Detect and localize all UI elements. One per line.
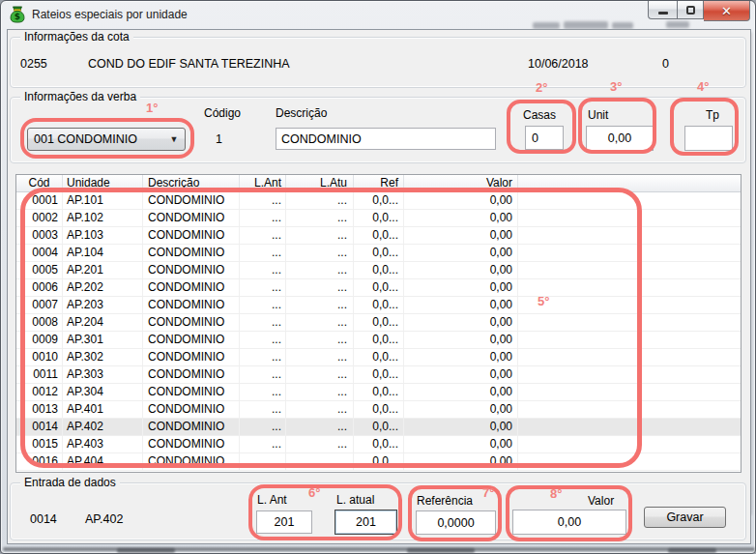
descricao-input[interactable] xyxy=(276,128,496,150)
cell-lant: ... xyxy=(240,332,286,348)
cell-descricao: CONDOMINIO xyxy=(143,245,240,261)
cell-ref: 0,0... xyxy=(354,192,404,209)
money-bag-icon: $ xyxy=(9,6,26,23)
cell-unidade: AP.101 xyxy=(63,192,143,209)
table-row[interactable]: 0003 AP.103 CONDOMINIO ... ... 0,0... 0,… xyxy=(16,227,741,245)
verba-dropdown-value: 001 CONDOMINIO xyxy=(28,132,163,146)
gravar-button[interactable]: Gravar xyxy=(644,507,726,528)
cell-filler xyxy=(518,227,741,244)
table-row[interactable]: 0005 AP.201 CONDOMINIO ... ... 0,0... 0,… xyxy=(16,262,741,279)
cell-ref: 0,0... xyxy=(354,297,404,313)
table-row[interactable]: 0012 AP.304 CONDOMINIO ... ... 0,0... 0,… xyxy=(16,384,741,401)
title-bar[interactable]: $ Rateios especiais por unidade ✕ xyxy=(1,1,755,29)
cell-lant: ... xyxy=(240,279,286,296)
cell-unidade: AP.402 xyxy=(63,419,143,435)
maximize-icon xyxy=(686,6,695,15)
table-row[interactable]: 0001 AP.101 CONDOMINIO ... ... 0,0... 0,… xyxy=(16,192,741,210)
cell-descricao: CONDOMINIO xyxy=(143,227,240,244)
cell-filler xyxy=(518,279,741,296)
table-row[interactable]: 0008 AP.204 CONDOMINIO ... ... 0,0... 0,… xyxy=(16,314,741,332)
cell-lant: ... xyxy=(240,314,286,331)
table-row[interactable]: 0004 AP.104 CONDOMINIO ... ... 0,0... 0,… xyxy=(16,245,741,262)
minimize-button[interactable] xyxy=(648,1,677,19)
cota-name: COND DO EDIF SANTA TEREZINHA xyxy=(88,57,290,71)
column-header-latu[interactable]: L.Atu xyxy=(286,175,354,191)
cell-cod: 0009 xyxy=(16,332,63,348)
cell-cod: 0014 xyxy=(16,419,63,435)
column-header-descricao[interactable]: Descrição xyxy=(143,175,240,191)
table-row[interactable]: 0015 AP.403 CONDOMINIO ... ... 0,0... 0,… xyxy=(16,436,741,453)
cell-filler xyxy=(518,210,741,226)
cell-ref: 0,0... xyxy=(354,453,404,470)
cell-valor: 0,00 xyxy=(404,245,518,261)
cell-ref: 0,0... xyxy=(354,227,404,244)
cell-valor: 0,00 xyxy=(404,262,518,278)
valor-input[interactable] xyxy=(512,510,626,535)
cell-unidade: AP.103 xyxy=(63,227,143,244)
cell-ref: 0,0... xyxy=(354,384,404,400)
cell-valor: 0,00 xyxy=(404,401,518,418)
column-header-lant[interactable]: L.Ant xyxy=(240,175,286,191)
glass-artifact xyxy=(117,548,175,553)
svg-text:$: $ xyxy=(15,12,20,21)
referencia-label: Referência xyxy=(417,494,473,508)
codigo-value: 1 xyxy=(216,132,222,146)
latual-input[interactable] xyxy=(334,510,397,535)
casas-input[interactable] xyxy=(525,126,564,150)
cell-unidade: AP.404 xyxy=(63,453,143,470)
cell-filler xyxy=(518,419,741,435)
cell-descricao: CONDOMINIO xyxy=(143,279,240,296)
cell-latu: ... xyxy=(286,245,354,261)
cell-ref: 0,0... xyxy=(354,210,404,226)
column-header-valor[interactable]: Valor xyxy=(404,175,518,191)
cell-valor: 0,00 xyxy=(404,227,518,244)
cell-latu: ... xyxy=(286,436,354,452)
table-row[interactable]: 0010 AP.302 CONDOMINIO ... ... 0,0... 0,… xyxy=(16,349,741,366)
cell-descricao: CONDOMINIO xyxy=(143,210,240,226)
cell-descricao: CONDOMINIO xyxy=(143,384,240,400)
cota-date: 10/06/2018 xyxy=(528,57,589,71)
group-informacoes-da-verba: Informações da verba 001 CONDOMINIO ▼ Có… xyxy=(10,97,746,163)
column-header-cod[interactable]: Cód xyxy=(16,175,63,191)
cell-filler xyxy=(518,366,741,383)
table-row[interactable]: 0011 AP.303 CONDOMINIO ... ... 0,0... 0,… xyxy=(16,366,741,384)
lant-input[interactable] xyxy=(256,510,312,534)
cell-descricao: CONDOMINIO xyxy=(143,366,240,383)
cell-cod: 0006 xyxy=(16,279,63,296)
table-row[interactable]: 0006 AP.202 CONDOMINIO ... ... 0,0... 0,… xyxy=(16,279,741,297)
table-row[interactable]: 0009 AP.301 CONDOMINIO ... ... 0,0... 0,… xyxy=(16,332,741,349)
column-header-unidade[interactable]: Unidade xyxy=(63,175,143,191)
cell-lant: ... xyxy=(240,401,286,418)
window-controls: ✕ xyxy=(648,1,750,21)
column-header-filler xyxy=(518,175,741,191)
cell-latu: ... xyxy=(286,297,354,313)
referencia-input[interactable] xyxy=(416,510,496,535)
group-informacoes-da-cota: Informações da cota 0255 COND DO EDIF SA… xyxy=(10,37,746,88)
unit-label: Unit xyxy=(588,108,608,122)
cell-lant: ... xyxy=(240,349,286,365)
cell-cod: 0013 xyxy=(16,401,63,418)
table-row[interactable]: 0007 AP.203 CONDOMINIO ... ... 0,0... 0,… xyxy=(16,297,741,314)
cell-valor: 0,00 xyxy=(404,297,518,313)
maximize-button[interactable] xyxy=(677,1,704,19)
cell-unidade: AP.304 xyxy=(63,384,143,400)
cell-descricao: CONDOMINIO xyxy=(143,314,240,331)
valor-label: Valor xyxy=(588,494,614,508)
table-row[interactable]: 0013 AP.401 CONDOMINIO ... ... 0,0... 0,… xyxy=(16,401,741,419)
cell-unidade: AP.303 xyxy=(63,366,143,383)
table-row[interactable]: 0014 AP.402 CONDOMINIO ... ... 0,0... 0,… xyxy=(16,419,741,436)
cell-filler xyxy=(518,349,741,365)
cell-filler xyxy=(518,453,741,470)
unit-input[interactable] xyxy=(586,126,654,151)
cell-cod: 0007 xyxy=(16,297,63,313)
verba-dropdown[interactable]: 001 CONDOMINIO ▼ xyxy=(27,128,186,151)
table-row[interactable]: 0016 AP.404 CONDOMINIO ... ... 0,0... 0,… xyxy=(16,453,741,471)
table-row[interactable]: 0002 AP.102 CONDOMINIO ... ... 0,0... 0,… xyxy=(16,210,741,227)
cota-counter: 0 xyxy=(662,57,669,71)
cell-valor: 0,00 xyxy=(404,436,518,452)
cell-valor: 0,00 xyxy=(404,314,518,331)
close-button[interactable]: ✕ xyxy=(704,1,750,21)
tp-input[interactable] xyxy=(684,126,733,151)
column-header-ref[interactable]: Ref xyxy=(354,175,404,191)
cell-valor: 0,00 xyxy=(404,384,518,400)
